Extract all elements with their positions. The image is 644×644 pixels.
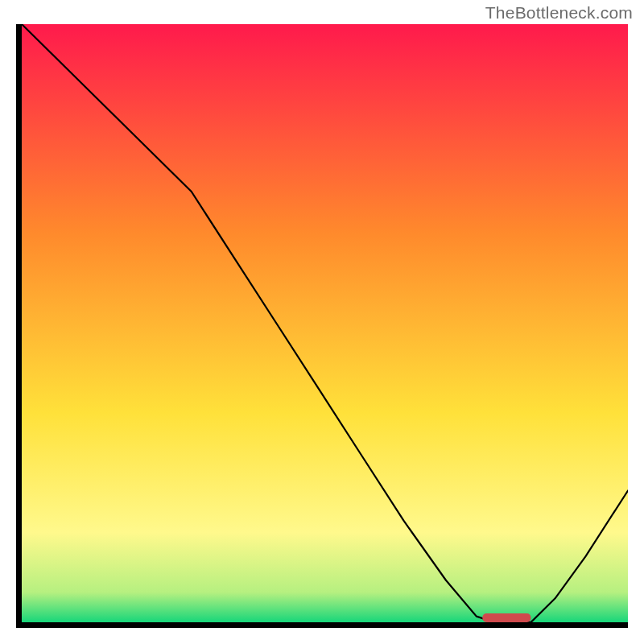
x-axis-line xyxy=(16,622,628,628)
selected-range-marker xyxy=(482,613,530,622)
plot-area xyxy=(22,24,628,622)
plot-frame xyxy=(16,24,628,628)
chart-root: TheBottleneck.com xyxy=(0,0,644,644)
y-axis-line xyxy=(16,24,22,628)
plot-svg xyxy=(22,24,628,622)
watermark-text: TheBottleneck.com xyxy=(485,3,633,23)
